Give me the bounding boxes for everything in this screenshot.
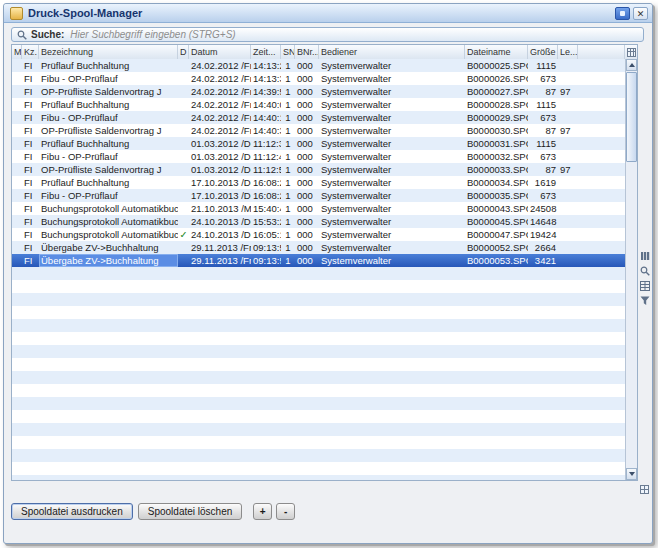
cell-kz: FI <box>22 241 39 254</box>
cell-groesse: 19424 <box>528 228 558 241</box>
table-row[interactable]: FIBuchungsprotokoll Automatikbuc21.10.20… <box>12 202 625 215</box>
cell-zeit: 11:12:4 <box>251 150 281 163</box>
cell-d <box>178 59 189 72</box>
cell-datum: 01.03.2012 /Do <box>189 150 251 163</box>
search-bar[interactable]: Suche: <box>11 27 644 42</box>
column-chooser-icon[interactable] <box>625 45 637 59</box>
cell-d <box>178 124 189 137</box>
cell-groesse: 3421 <box>528 254 558 267</box>
cell-name: Fibu - OP-Prüflauf <box>39 111 178 124</box>
column-header-name[interactable]: Bezeichnung <box>39 45 178 59</box>
column-header-m[interactable]: M <box>12 45 22 59</box>
table-row[interactable]: FIPrüflauf Buchhaltung24.02.2012 /Fr14:1… <box>12 59 625 72</box>
grid-view-icon[interactable] <box>638 279 651 292</box>
cell-bnr: 000 <box>295 202 319 215</box>
column-header-filler[interactable] <box>578 45 625 59</box>
cell-bnr: 000 <box>295 163 319 176</box>
cell-datum: 29.11.2013 /Fr <box>189 241 251 254</box>
table-row[interactable]: FIBuchungsprotokoll Automatikbuc24.10.20… <box>12 215 625 228</box>
table-row[interactable]: FIFibu - OP-Prüflauf17.10.2013 /Do16:08:… <box>12 189 625 202</box>
cell-zeit: 09:13:56 <box>251 254 281 267</box>
column-header-kz[interactable]: Kz. <box>22 45 39 59</box>
cell-filler <box>578 85 625 98</box>
table-row[interactable]: FIOP-Prüfliste Saldenvortrag J24.02.2012… <box>12 124 625 137</box>
cell-le <box>558 202 578 215</box>
column-header-datum[interactable]: Datum <box>189 45 251 59</box>
cell-bnr: 000 <box>295 215 319 228</box>
table-row[interactable]: FIFibu - OP-Prüflauf01.03.2012 /Do11:12:… <box>12 150 625 163</box>
cell-le <box>558 215 578 228</box>
cell-filler <box>578 111 625 124</box>
cell-m <box>12 72 22 85</box>
table-row[interactable]: FIPrüflauf Buchhaltung17.10.2013 /Do16:0… <box>12 176 625 189</box>
cell-le <box>558 254 578 267</box>
remove-button[interactable]: - <box>276 503 295 520</box>
cell-d <box>178 150 189 163</box>
column-header-d[interactable]: D <box>178 45 189 59</box>
delete-spool-button[interactable]: Spooldatei löschen <box>138 503 243 520</box>
scrollbar-thumb[interactable] <box>626 72 637 162</box>
table-row[interactable]: FIPrüflauf Buchhaltung24.02.2012 /Fr14:4… <box>12 98 625 111</box>
cell-snr: 1 <box>281 137 295 150</box>
cell-snr: 1 <box>281 215 295 228</box>
filter-icon[interactable] <box>638 294 651 307</box>
layout-grid-icon[interactable] <box>638 483 651 495</box>
close-button[interactable]: ✕ <box>633 7 648 20</box>
cell-bediener: Systemverwalter <box>319 111 465 124</box>
cell-name: Fibu - OP-Prüflauf <box>39 72 178 85</box>
cell-zeit: 16:08:2 <box>251 189 281 202</box>
column-header-bnr[interactable]: BNr... <box>295 45 319 59</box>
cell-zeit: 11:12:3 <box>251 137 281 150</box>
table-row[interactable]: FIÜbergabe ZV->Buchhaltung29.11.2013 /Fr… <box>12 241 625 254</box>
cell-filler <box>578 228 625 241</box>
cell-zeit: 16:08:2 <box>251 176 281 189</box>
cell-d <box>178 176 189 189</box>
cell-le: 97 <box>558 163 578 176</box>
add-button[interactable]: + <box>253 503 272 520</box>
column-header-bediener[interactable]: Bediener <box>319 45 465 59</box>
cell-bnr: 000 <box>295 137 319 150</box>
cell-d <box>178 72 189 85</box>
pin-button[interactable] <box>615 7 630 20</box>
column-header-zeit[interactable]: Zeit... <box>251 45 281 59</box>
app-icon <box>10 7 23 20</box>
column-header-datei[interactable]: Dateiname <box>465 45 528 59</box>
table-row[interactable]: FIPrüflauf Buchhaltung01.03.2012 /Do11:1… <box>12 137 625 150</box>
cell-datum: 24.10.2013 /Do <box>189 228 251 241</box>
table-row[interactable]: FIÜbergabe ZV->Buchhaltung29.11.2013 /Fr… <box>12 254 625 267</box>
cell-datei: B0000034.SPO <box>465 176 528 189</box>
cell-kz: FI <box>22 150 39 163</box>
column-header-snr[interactable]: SNr... <box>281 45 295 59</box>
cell-datei: B0000045.SPO <box>465 215 528 228</box>
cell-datei: B0000043.SPO <box>465 202 528 215</box>
column-header-groesse[interactable]: Größe <box>528 45 558 59</box>
print-spool-button[interactable]: Spooldatei ausdrucken <box>11 503 133 520</box>
cell-datei: B0000025.SPO <box>465 59 528 72</box>
search-input[interactable] <box>70 28 638 41</box>
scroll-up-icon[interactable] <box>626 59 637 71</box>
cell-snr: 1 <box>281 111 295 124</box>
table-row[interactable]: FIFibu - OP-Prüflauf24.02.2012 /Fr14:13:… <box>12 72 625 85</box>
cell-d <box>178 215 189 228</box>
cell-snr: 1 <box>281 228 295 241</box>
cell-zeit: 14:13:2 <box>251 59 281 72</box>
cell-groesse: 1619 <box>528 176 558 189</box>
column-header-le[interactable]: Le... <box>558 45 578 59</box>
search-list-icon[interactable] <box>638 264 651 277</box>
columns-icon[interactable] <box>638 249 651 262</box>
cell-le: 97 <box>558 85 578 98</box>
table-row[interactable]: FIFibu - OP-Prüflauf24.02.2012 /Fr14:40:… <box>12 111 625 124</box>
table-row[interactable]: FIBuchungsprotokoll Automatikbuc✓24.10.2… <box>12 228 625 241</box>
cell-d <box>178 111 189 124</box>
vertical-scrollbar[interactable] <box>625 59 637 480</box>
cell-zeit: 14:40:0 <box>251 98 281 111</box>
cell-datum: 01.03.2012 /Do <box>189 137 251 150</box>
cell-snr: 1 <box>281 254 295 267</box>
table-row[interactable]: FIOP-Prüfliste Saldenvortrag J01.03.2012… <box>12 163 625 176</box>
cell-groesse: 2664 <box>528 241 558 254</box>
table-row[interactable]: FIOP-Prüfliste Saldenvortrag J24.02.2012… <box>12 85 625 98</box>
titlebar[interactable]: Druck-Spool-Manager ✕ <box>4 4 652 23</box>
cell-zeit: 14:40:1 <box>251 111 281 124</box>
cell-m <box>12 241 22 254</box>
scroll-down-icon[interactable] <box>626 468 637 480</box>
